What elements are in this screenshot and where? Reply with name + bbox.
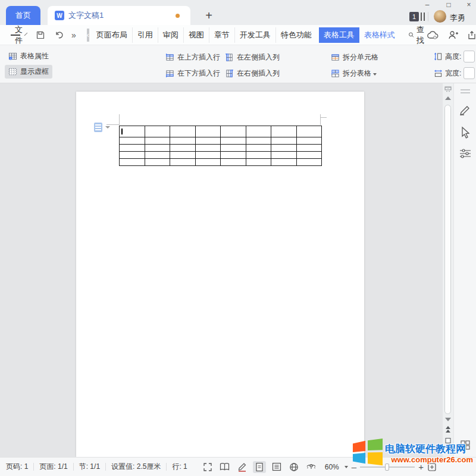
status-line[interactable]: 行: 1 bbox=[167, 462, 192, 472]
table-cell[interactable] bbox=[246, 152, 271, 159]
fullscreen-button[interactable] bbox=[201, 461, 214, 473]
eye-protect-button[interactable] bbox=[305, 461, 318, 473]
status-page-number[interactable]: 页码: 1 bbox=[0, 462, 33, 472]
new-tab-button[interactable]: + bbox=[201, 8, 217, 23]
tab-references[interactable]: 引用 bbox=[133, 27, 158, 43]
prev-page-button[interactable] bbox=[446, 426, 450, 433]
table-cell[interactable] bbox=[296, 145, 322, 152]
document-tab[interactable]: W 文字文稿1 bbox=[48, 6, 190, 25]
doc-table[interactable] bbox=[119, 126, 322, 166]
chevron-down-icon[interactable] bbox=[24, 32, 28, 36]
cloud-sync-icon[interactable] bbox=[427, 30, 439, 40]
split-table-button[interactable]: 拆分表格 bbox=[331, 67, 377, 80]
table-cell[interactable] bbox=[296, 126, 322, 137]
table-cell[interactable] bbox=[170, 145, 196, 152]
height-input[interactable] bbox=[464, 51, 475, 62]
toolbar-overflow-button[interactable]: » bbox=[71, 30, 75, 40]
drag-handle[interactable] bbox=[461, 89, 470, 93]
zoom-level[interactable]: 60% bbox=[325, 463, 339, 471]
insert-col-right-button[interactable]: 在右侧插入列 bbox=[225, 67, 280, 80]
table-cell[interactable] bbox=[271, 145, 297, 152]
table-cell[interactable] bbox=[296, 159, 322, 166]
zoom-slider-handle[interactable] bbox=[385, 464, 389, 471]
table-select-dropdown-icon[interactable] bbox=[105, 126, 110, 129]
table-cell[interactable] bbox=[120, 126, 145, 137]
scrollbar-thumb[interactable] bbox=[444, 105, 451, 414]
minimize-button[interactable]: – bbox=[420, 0, 434, 10]
find-button[interactable]: 查找 bbox=[408, 24, 427, 46]
table-cell[interactable] bbox=[145, 126, 170, 137]
split-cells-button[interactable]: 拆分单元格 bbox=[331, 51, 378, 64]
table-cell[interactable] bbox=[145, 152, 170, 159]
read-mode-button[interactable] bbox=[218, 461, 231, 473]
table-cell[interactable] bbox=[271, 159, 297, 166]
status-section[interactable]: 节: 1/1 bbox=[74, 462, 105, 472]
table-cell[interactable] bbox=[221, 126, 246, 137]
scroll-up-button[interactable] bbox=[445, 96, 451, 100]
zoom-out-button[interactable]: – bbox=[352, 462, 356, 472]
adjust-settings-icon[interactable] bbox=[459, 148, 472, 159]
browse-object-button[interactable] bbox=[446, 438, 451, 443]
add-user-icon[interactable] bbox=[448, 30, 459, 40]
ink-mode-button[interactable] bbox=[236, 461, 249, 473]
table-cell[interactable] bbox=[170, 159, 196, 166]
table-cell[interactable] bbox=[195, 145, 221, 152]
share-icon[interactable] bbox=[468, 30, 476, 40]
table-cell[interactable] bbox=[145, 137, 170, 145]
outline-view-button[interactable] bbox=[270, 461, 283, 473]
scroll-left-button[interactable]: ‹ bbox=[87, 29, 89, 42]
table-cell[interactable] bbox=[120, 145, 145, 152]
table-cell[interactable] bbox=[195, 137, 221, 145]
table-cell[interactable] bbox=[246, 145, 271, 152]
table-properties-button[interactable]: i 表格属性 bbox=[5, 49, 52, 63]
table-cell[interactable] bbox=[120, 137, 145, 145]
insert-row-above-button[interactable]: 在上方插入行 bbox=[165, 51, 220, 64]
highlighter-icon[interactable] bbox=[459, 104, 472, 117]
width-input[interactable] bbox=[464, 67, 475, 79]
table-cell[interactable] bbox=[145, 145, 170, 152]
table-cell[interactable] bbox=[170, 126, 196, 137]
table-cell[interactable] bbox=[195, 126, 221, 137]
tab-table-style[interactable]: 表格样式 bbox=[359, 27, 400, 43]
web-layout-button[interactable] bbox=[287, 461, 300, 473]
home-tab[interactable]: 首页 bbox=[6, 6, 40, 25]
tab-table-tools[interactable]: 表格工具 bbox=[319, 27, 359, 43]
vertical-scrollbar[interactable] bbox=[443, 83, 453, 457]
user-avatar[interactable] bbox=[434, 10, 446, 23]
table-cell[interactable] bbox=[221, 152, 246, 159]
table-cell[interactable] bbox=[120, 152, 145, 159]
zoom-dropdown-icon[interactable] bbox=[345, 466, 348, 468]
cursor-icon[interactable] bbox=[459, 126, 471, 139]
table-cell[interactable] bbox=[221, 137, 246, 145]
table-cell[interactable] bbox=[170, 152, 196, 159]
print-layout-button[interactable] bbox=[253, 461, 266, 473]
table-cell[interactable] bbox=[246, 159, 271, 166]
maximize-button[interactable]: □ bbox=[441, 0, 456, 10]
table-cell[interactable] bbox=[271, 126, 297, 137]
table-cell[interactable] bbox=[195, 159, 221, 166]
fit-page-icon[interactable] bbox=[427, 462, 437, 472]
table-cell[interactable] bbox=[221, 159, 246, 166]
ruler-toggle-icon[interactable] bbox=[444, 86, 452, 92]
close-button[interactable]: × bbox=[462, 0, 476, 10]
table-cell[interactable] bbox=[221, 145, 246, 152]
message-count-badge[interactable]: 1 bbox=[409, 12, 419, 21]
table-cell[interactable] bbox=[271, 137, 297, 145]
tab-view[interactable]: 视图 bbox=[184, 27, 209, 43]
show-gridlines-button[interactable]: 显示虚框 bbox=[5, 65, 52, 79]
insert-row-below-button[interactable]: 在下方插入行 bbox=[165, 67, 220, 80]
table-cell[interactable] bbox=[246, 137, 271, 145]
tab-page-layout[interactable]: 页面布局 bbox=[92, 27, 133, 43]
status-setting-value[interactable]: 设置值: 2.5厘米 bbox=[106, 462, 166, 472]
table-cell[interactable] bbox=[296, 137, 322, 145]
table-cell[interactable] bbox=[170, 137, 196, 145]
tab-developer[interactable]: 开发工具 bbox=[235, 27, 276, 43]
tab-special-features[interactable]: 特色功能 bbox=[276, 27, 317, 43]
save-button[interactable] bbox=[36, 30, 45, 40]
table-cell[interactable] bbox=[195, 152, 221, 159]
tab-review[interactable]: 审阅 bbox=[158, 27, 184, 43]
status-page-count[interactable]: 页面: 1/1 bbox=[34, 462, 73, 472]
scroll-down-button[interactable] bbox=[445, 418, 451, 421]
tab-section[interactable]: 章节 bbox=[209, 27, 235, 43]
multi-page-view-icon[interactable] bbox=[461, 440, 470, 450]
